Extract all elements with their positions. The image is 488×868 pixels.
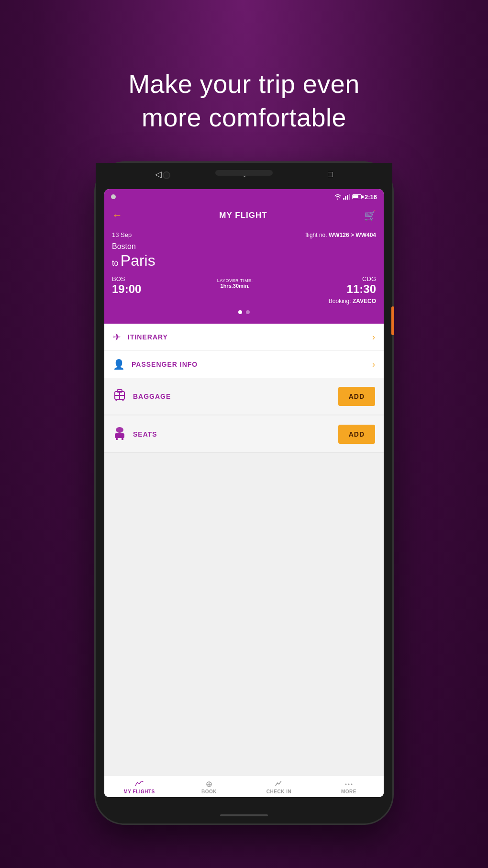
from-time: 19:00	[112, 282, 141, 296]
person-icon: 👤	[113, 359, 125, 370]
battery-icon	[352, 194, 362, 199]
svg-point-4	[115, 399, 117, 401]
phone-screen: 2:16 ← MY FLIGHT 🛒 13 Sep flight no. WW1…	[104, 189, 384, 797]
headline: Make your trip even more comfortable	[128, 34, 360, 134]
route-from: Boston	[112, 242, 376, 251]
itinerary-menu-item[interactable]: ✈ ITINERARY ›	[104, 324, 384, 351]
android-back[interactable]: ◁	[155, 169, 162, 180]
status-right: 2:16	[334, 193, 377, 201]
headline-line1: Make your trip even	[128, 69, 360, 98]
android-recents[interactable]: □	[328, 169, 333, 180]
nav-more[interactable]: MORE	[314, 781, 384, 794]
nav-my-flights-label: MY FLIGHTS	[123, 789, 155, 794]
layover-info: LAYOVER TIME: 1hrs.30min.	[217, 275, 253, 289]
svg-point-14	[348, 784, 350, 785]
page-dots	[112, 310, 376, 314]
nav-check-in-label: CHECK IN	[266, 789, 291, 794]
status-icons	[334, 194, 362, 200]
app-header: ← MY FLIGHT 🛒	[104, 204, 384, 226]
svg-rect-9	[122, 438, 123, 440]
to-city: Paris	[121, 252, 155, 269]
passenger-chevron: ›	[372, 360, 375, 370]
to-prefix: to	[112, 259, 118, 267]
addon-section: BAGGAGE ADD	[104, 378, 384, 776]
headline-line2: more comfortable	[142, 103, 346, 132]
svg-point-15	[351, 784, 353, 785]
svg-rect-7	[115, 433, 124, 438]
page-title: MY FLIGHT	[219, 211, 267, 220]
status-time: 2:16	[365, 193, 377, 201]
to-time: 11:30	[347, 282, 376, 296]
itinerary-left: ✈ ITINERARY	[113, 331, 168, 343]
nav-more-label: MORE	[341, 789, 356, 794]
svg-point-5	[122, 399, 124, 401]
seats-left: SEATS	[113, 426, 157, 443]
plane-icon: ✈	[113, 331, 121, 343]
svg-rect-8	[116, 438, 118, 440]
seats-item: SEATS ADD	[104, 416, 384, 453]
to-code: CDG	[362, 275, 376, 282]
itinerary-label: ITINERARY	[128, 333, 168, 341]
passenger-label: PASSENGER INFO	[132, 361, 198, 368]
baggage-icon	[113, 388, 126, 405]
baggage-left: BAGGAGE	[113, 388, 171, 405]
route-to: to Paris	[112, 252, 376, 270]
seats-add-button[interactable]: ADD	[338, 425, 375, 444]
booking-code: ZAVECO	[353, 298, 376, 304]
nav-check-in[interactable]: CHECK IN	[244, 781, 314, 794]
itinerary-chevron: ›	[372, 332, 375, 342]
flight-date: 13 Sep	[112, 231, 132, 238]
from-city: Boston	[112, 242, 136, 250]
baggage-label: BAGGAGE	[133, 393, 171, 400]
flight-no-text: flight no. WW126 > WW404	[305, 232, 376, 238]
departure-info: BOS 19:00	[112, 275, 141, 296]
wifi-icon	[334, 194, 341, 200]
seat-icon	[113, 426, 126, 443]
phone-shell: 2:16 ← MY FLIGHT 🛒 13 Sep flight no. WW1…	[96, 163, 392, 823]
arrival-info: CDG 11:30 Booking: ZAVECO	[329, 275, 376, 304]
status-bar: 2:16	[104, 189, 384, 204]
layover-time: 1hrs.30min.	[221, 283, 250, 289]
seats-label: SEATS	[133, 430, 157, 438]
booking-label: Booking:	[329, 298, 351, 304]
phone-bottom-bar	[220, 814, 268, 816]
signal-icon	[343, 194, 350, 200]
dot-2	[246, 310, 250, 314]
passenger-left: 👤 PASSENGER INFO	[113, 359, 198, 370]
passenger-info-menu-item[interactable]: 👤 PASSENGER INFO ›	[104, 351, 384, 378]
phone-speaker	[215, 170, 273, 176]
flight-no-label: flight no.	[305, 232, 327, 238]
airports-row: BOS 19:00 LAYOVER TIME: 1hrs.30min. CDG …	[112, 275, 376, 304]
cart-icon[interactable]: 🛒	[364, 210, 376, 221]
booking-info: Booking: ZAVECO	[329, 298, 376, 304]
svg-rect-6	[116, 427, 123, 433]
back-button[interactable]: ←	[112, 209, 122, 222]
phone-mockup: 2:16 ← MY FLIGHT 🛒 13 Sep flight no. WW1…	[96, 163, 392, 823]
from-code: BOS	[112, 275, 141, 282]
dot-1	[238, 310, 242, 314]
nav-book-label: BOOK	[201, 789, 217, 794]
flight-date-row: 13 Sep flight no. WW126 > WW404	[112, 231, 376, 238]
nav-my-flights[interactable]: MY FLIGHTS	[104, 781, 174, 794]
nav-book[interactable]: BOOK	[174, 781, 244, 794]
baggage-item: BAGGAGE ADD	[104, 378, 384, 415]
phone-side-button	[391, 306, 394, 335]
status-dot	[111, 194, 116, 199]
content-area: ✈ ITINERARY › 👤 PASSENGER INFO ›	[104, 324, 384, 797]
flight-info-section: 13 Sep flight no. WW126 > WW404 Boston t…	[104, 226, 384, 324]
svg-point-13	[345, 784, 347, 785]
bottom-nav: MY FLIGHTS BOOK CHEC	[104, 776, 384, 797]
baggage-add-button[interactable]: ADD	[338, 387, 375, 406]
flight-no-value: WW126 > WW404	[329, 232, 376, 238]
layover-label: LAYOVER TIME:	[217, 278, 253, 283]
